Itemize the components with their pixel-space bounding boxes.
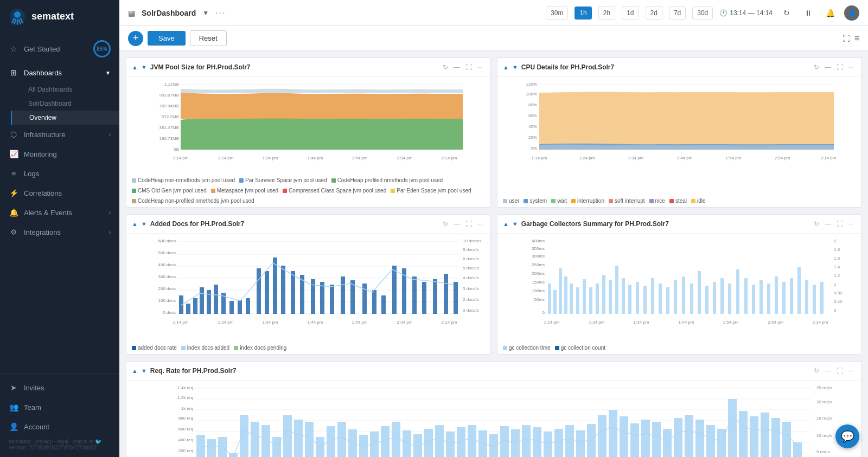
svg-rect-153 [767, 284, 770, 314]
sidebar-item-get-started[interactable]: ☆ Get Started 85% [0, 35, 119, 63]
svg-text:4 docs/s: 4 docs/s [463, 275, 479, 280]
refresh-button[interactable]: ↻ [779, 5, 794, 21]
time-btn-1h[interactable]: 1h [575, 7, 591, 20]
add-widget-button[interactable]: + [128, 31, 143, 46]
sidebar-item-account[interactable]: 👤 Account [0, 417, 119, 436]
minimize-chart-btn[interactable]: — [823, 62, 833, 72]
save-button[interactable]: Save [148, 31, 186, 46]
minimize-chart-btn[interactable]: — [452, 62, 462, 72]
menu-icon[interactable]: ≡ [854, 34, 859, 43]
sidebar-item-monitoring[interactable]: 📈 Monitoring [0, 144, 119, 164]
svg-rect-125 [564, 276, 567, 314]
more-chart-btn[interactable]: ··· [476, 219, 484, 229]
svg-text:500 docs: 500 docs [158, 250, 176, 255]
sidebar-sub-overview[interactable]: Overview [11, 111, 119, 125]
chart-type-icon: ▲ [132, 221, 138, 227]
svg-rect-241 [761, 413, 769, 457]
refresh-chart-btn[interactable]: ↻ [441, 62, 450, 72]
minimize-chart-btn[interactable]: — [452, 219, 462, 229]
svg-text:1:24 pm: 1:24 pm [218, 156, 234, 160]
refresh-chart-btn[interactable]: ↻ [812, 62, 821, 72]
svg-text:1:14 pm: 1:14 pm [173, 156, 189, 160]
req-rate-chart-svg: 1.4k req 1.2k req 1k req 800 req 600 req… [129, 383, 859, 457]
more-chart-btn[interactable]: ··· [476, 62, 484, 72]
refresh-chart-btn[interactable]: ↻ [441, 219, 450, 229]
time-btn-30d[interactable]: 30d [692, 7, 713, 20]
minimize-chart-btn[interactable]: — [823, 366, 833, 376]
header-dropdown-icon[interactable]: ▼ [202, 9, 209, 17]
legend-item: index docs pending [234, 345, 286, 351]
star-icon: ☆ [9, 44, 18, 53]
svg-text:800 req: 800 req [178, 416, 193, 421]
chart-body-added-docs: 600 docs 500 docs 400 docs 300 docs 200 … [126, 234, 490, 343]
sidebar-item-dashboards[interactable]: ⊞ Dashboards ▼ [0, 63, 119, 82]
sidebar-item-invites[interactable]: ➤ Invites [0, 378, 119, 397]
time-btn-1d[interactable]: 1d [622, 7, 639, 20]
filter-icon: ▼ [141, 368, 147, 374]
time-btn-30m[interactable]: 30m [546, 7, 568, 20]
minimize-chart-btn[interactable]: — [823, 219, 833, 229]
expand-chart-btn[interactable]: ⛶ [835, 366, 845, 376]
chat-widget-button[interactable]: 💬 [835, 424, 859, 448]
legend-item: user [503, 198, 519, 204]
legend-item: gc collection count [555, 345, 605, 351]
sidebar-item-label: Infrastructure [24, 131, 66, 139]
svg-point-1 [14, 11, 21, 18]
svg-text:300 docs: 300 docs [158, 274, 176, 279]
clock-icon: 🕐 [719, 9, 727, 17]
pause-button[interactable]: ⏸ [801, 5, 816, 21]
sidebar-sub-all-dashboards[interactable]: All Dashboards [11, 82, 119, 96]
svg-text:1:54 pm: 1:54 pm [726, 156, 742, 160]
expand-icon[interactable]: ⛶ [843, 34, 850, 43]
svg-text:1:14 pm: 1:14 pm [544, 320, 560, 325]
more-chart-btn[interactable]: ··· [847, 219, 856, 229]
svg-text:600 req: 600 req [178, 427, 193, 432]
svg-rect-94 [433, 279, 437, 314]
refresh-chart-btn[interactable]: ↻ [812, 366, 821, 376]
svg-text:16 req/s: 16 req/s [816, 416, 832, 421]
sidebar-sub-solr-dashboard[interactable]: SolrDashboard [11, 96, 119, 111]
sidebar-item-infrastructure[interactable]: ⬡ Infrastructure › [0, 125, 119, 144]
legend-item: interruption [571, 198, 604, 204]
sidebar-item-integrations[interactable]: ⚙ Integrations › [0, 222, 119, 242]
more-chart-btn[interactable]: ··· [847, 62, 856, 72]
svg-rect-130 [596, 284, 599, 314]
more-chart-btn[interactable]: ··· [847, 366, 856, 376]
svg-rect-134 [622, 278, 625, 314]
svg-rect-75 [246, 298, 250, 314]
sidebar-item-alerts-events[interactable]: 🔔 Alerts & Events › [0, 203, 119, 222]
svg-rect-71 [214, 285, 218, 314]
chart-title-req-rate: Req. Rate for PH.Prod.Solr7 [150, 367, 809, 375]
chevron-down-icon: ▼ [105, 70, 111, 76]
header-more-icon[interactable]: ··· [215, 8, 226, 18]
svg-text:5 docs/s: 5 docs/s [463, 266, 479, 271]
avatar[interactable]: 👤 [844, 5, 859, 21]
expand-chart-btn[interactable]: ⛶ [835, 62, 845, 72]
expand-chart-btn[interactable]: ⛶ [835, 219, 845, 229]
svg-text:5 req/s: 5 req/s [816, 449, 829, 454]
sidebar-item-correlations[interactable]: ⚡ Correlations [0, 183, 119, 203]
chart-added-docs: ▲ ▼ Added Docs for PH.Prod.Solr7 ↻ — ⛶ ·… [126, 214, 490, 355]
expand-chart-btn[interactable]: ⛶ [464, 62, 474, 72]
expand-chart-btn[interactable]: ⛶ [464, 219, 474, 229]
chart-type-icon: ▲ [132, 64, 138, 70]
svg-text:200 req: 200 req [178, 448, 193, 453]
svg-text:100ms: 100ms [532, 288, 545, 293]
sidebar-item-team[interactable]: 👥 Team [0, 397, 119, 417]
refresh-chart-btn[interactable]: ↻ [812, 219, 821, 229]
sidebar-item-logs[interactable]: ≡ Logs [0, 164, 119, 183]
time-btn-7d[interactable]: 7d [669, 7, 686, 20]
svg-rect-194 [251, 422, 259, 457]
legend-item: Par Survivor Space jvm pool used [239, 177, 327, 183]
svg-rect-146 [713, 282, 716, 314]
logo-text: sematext [31, 11, 74, 22]
time-btn-2h[interactable]: 2h [598, 7, 615, 20]
notifications-button[interactable]: 🔔 [822, 5, 838, 21]
svg-text:1.4k req: 1.4k req [177, 385, 193, 390]
time-range-display: 🕐 13:14 — 14:14 [719, 9, 773, 17]
reset-button[interactable]: Reset [190, 30, 227, 46]
svg-text:0B: 0B [174, 147, 179, 152]
sidebar-item-label: Account [24, 423, 49, 431]
time-btn-2d[interactable]: 2d [646, 7, 662, 20]
logo-icon [9, 8, 26, 25]
